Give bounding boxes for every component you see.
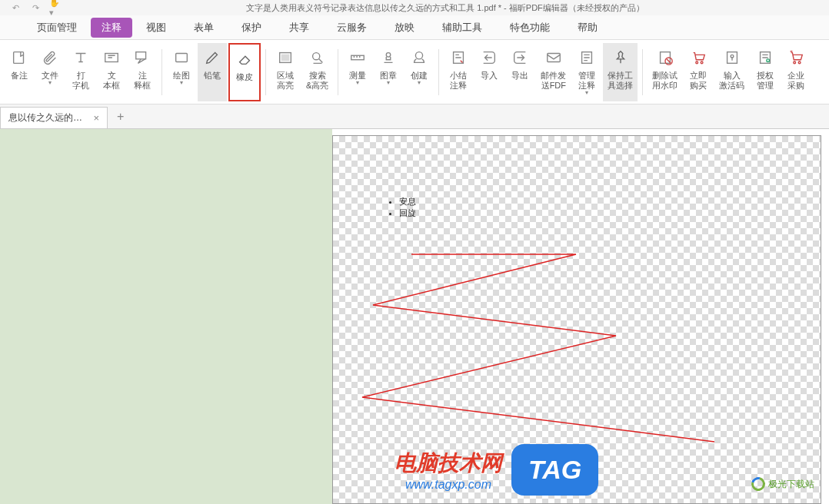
title-bar: ↶ ↷ ✋▾ 文字是人类用表义符号记录表达信息以传之久远的方式和工具 1.pdf…	[0, 0, 829, 15]
svg-point-6	[312, 52, 319, 59]
ribbon-label: 删除试 用水印	[652, 71, 678, 91]
ribbon-label: 邮件发 送FDF	[541, 71, 566, 91]
ribbon-label: 搜索 &高亮	[306, 71, 328, 91]
download-site-logo: 极光下载站	[751, 477, 814, 491]
svg-rect-11	[548, 53, 561, 61]
svg-rect-0	[14, 51, 24, 63]
ribbon-callout-button[interactable]: 注 释框	[128, 43, 157, 101]
svg-point-21	[794, 61, 796, 64]
workspace: 安息 回旋 电脑技术网 www.tagxp.com TAG 极光下载站	[0, 129, 829, 504]
ribbon-label: 注 释框	[134, 71, 151, 91]
ribbon-label: 保持工 具选择	[608, 71, 633, 91]
svg-rect-2	[136, 51, 146, 58]
ribbon-manage-button[interactable]: 管理 注释▾	[572, 43, 601, 101]
pencil-annotation[interactable]	[345, 251, 807, 451]
document-page[interactable]: 安息 回旋 电脑技术网 www.tagxp.com TAG 极光下载站	[332, 135, 821, 504]
redo-icon[interactable]: ↷	[29, 2, 42, 14]
textbox-icon	[102, 48, 122, 68]
ribbon-cart-button[interactable]: 立即 购买	[684, 43, 713, 101]
chevron-down-icon[interactable]: ▾	[48, 79, 52, 86]
watermark-title: 电脑技术网	[395, 449, 502, 478]
remove-wm-icon	[655, 48, 675, 68]
ribbon-stamp-button[interactable]: 图章▾	[374, 43, 403, 101]
ribbon-eraser-button[interactable]: 橡皮	[228, 43, 261, 101]
ribbon-label: 橡皮	[236, 72, 253, 82]
ribbon-import-button[interactable]: 导入	[474, 43, 504, 101]
summary-icon	[448, 48, 468, 68]
menu-annotate[interactable]: 注释	[91, 18, 132, 38]
ribbon-label: 授权 管理	[757, 71, 774, 91]
ribbon-license-button[interactable]: 授权 管理	[751, 43, 780, 101]
ribbon-export-button[interactable]: 导出	[505, 43, 534, 101]
window-title: 文字是人类用表义符号记录表达信息以传之久远的方式和工具 1.pdf * - 福昕…	[62, 2, 829, 14]
svg-rect-7	[351, 55, 365, 60]
menu-page-management[interactable]: 页面管理	[23, 16, 91, 39]
undo-icon[interactable]: ↶	[9, 2, 22, 14]
ribbon-label: 企业 采购	[787, 71, 804, 91]
ribbon-remove-wm-button[interactable]: 删除试 用水印	[648, 43, 682, 101]
hand-tool-icon[interactable]: ✋▾	[49, 2, 62, 14]
chevron-down-icon[interactable]: ▾	[356, 79, 359, 86]
menu-form[interactable]: 表单	[180, 16, 228, 39]
ribbon-note-button[interactable]: 备注	[5, 43, 34, 101]
ribbon-label: 管理 注释	[578, 71, 595, 91]
create-icon	[409, 48, 429, 68]
pin-icon	[611, 48, 631, 68]
license-icon	[755, 48, 775, 68]
tab-add-button[interactable]: +	[108, 105, 133, 128]
area-highlight-icon	[275, 48, 295, 68]
ribbon-area-highlight-button[interactable]: 区域 高亮	[271, 43, 300, 101]
canvas-area[interactable]: 安息 回旋 电脑技术网 www.tagxp.com TAG 极光下载站	[332, 129, 829, 504]
ribbon-ruler-button[interactable]: 测量▾	[343, 43, 372, 101]
enterprise-icon	[786, 48, 806, 68]
ribbon-label: 文 本框	[103, 71, 120, 91]
svg-point-18	[731, 55, 734, 58]
mail-icon	[544, 48, 564, 68]
chevron-down-icon[interactable]: ▾	[387, 79, 390, 86]
ribbon-enterprise-button[interactable]: 企业 采购	[781, 43, 811, 101]
menu-accessibility[interactable]: 辅助工具	[428, 16, 496, 39]
ribbon-shape-button[interactable]: 绘图▾	[167, 43, 196, 101]
ribbon-typewriter-button[interactable]: 打 字机	[66, 43, 95, 101]
ribbon-search-highlight-button[interactable]: 搜索 &高亮	[301, 43, 333, 101]
import-icon	[479, 48, 499, 68]
ribbon-attach-button[interactable]: 文件▾	[35, 43, 65, 101]
typewriter-icon	[71, 48, 91, 68]
svg-point-9	[416, 51, 423, 58]
export-icon	[510, 48, 530, 68]
menu-features[interactable]: 特色功能	[496, 16, 564, 39]
ribbon-summary-button[interactable]: 小结 注释	[444, 43, 473, 101]
ribbon-key-button[interactable]: 输入 激活码	[714, 43, 749, 101]
bullet-list: 安息 回旋	[399, 196, 416, 219]
ribbon-separator	[642, 49, 643, 95]
watermark-tag: TAG	[511, 444, 598, 496]
menu-present[interactable]: 放映	[381, 16, 428, 39]
menu-help[interactable]: 帮助	[564, 16, 611, 39]
ribbon-label: 导入	[481, 71, 498, 81]
chevron-down-icon[interactable]: ▾	[180, 79, 183, 86]
list-item: 回旋	[399, 207, 416, 219]
ribbon-mail-button[interactable]: 邮件发 送FDF	[536, 43, 571, 101]
document-tab[interactable]: 息以传之久远的方... ×	[0, 107, 108, 128]
menu-cloud[interactable]: 云服务	[323, 16, 381, 39]
ribbon-textbox-button[interactable]: 文 本框	[97, 43, 126, 101]
note-icon	[9, 48, 29, 68]
ribbon-separator	[161, 49, 162, 95]
svg-point-16	[701, 61, 704, 64]
menu-share[interactable]: 共享	[275, 16, 323, 39]
chevron-down-icon[interactable]: ▾	[585, 89, 588, 96]
svg-point-15	[696, 61, 698, 64]
key-icon	[722, 48, 742, 68]
manage-icon	[577, 48, 597, 68]
menu-view[interactable]: 视图	[132, 16, 180, 39]
ribbon-create-button[interactable]: 创建▾	[405, 43, 434, 101]
pencil-icon	[202, 48, 222, 68]
ribbon-pencil-button[interactable]: 铅笔	[198, 43, 227, 101]
ribbon-label: 区域 高亮	[277, 71, 294, 91]
ribbon-pin-button[interactable]: 保持工 具选择	[603, 43, 638, 101]
ribbon-separator	[438, 49, 439, 95]
menu-protect[interactable]: 保护	[228, 16, 275, 39]
tab-close-icon[interactable]: ×	[93, 112, 99, 124]
chevron-down-icon[interactable]: ▾	[418, 79, 421, 86]
ribbon-separator	[265, 49, 266, 95]
